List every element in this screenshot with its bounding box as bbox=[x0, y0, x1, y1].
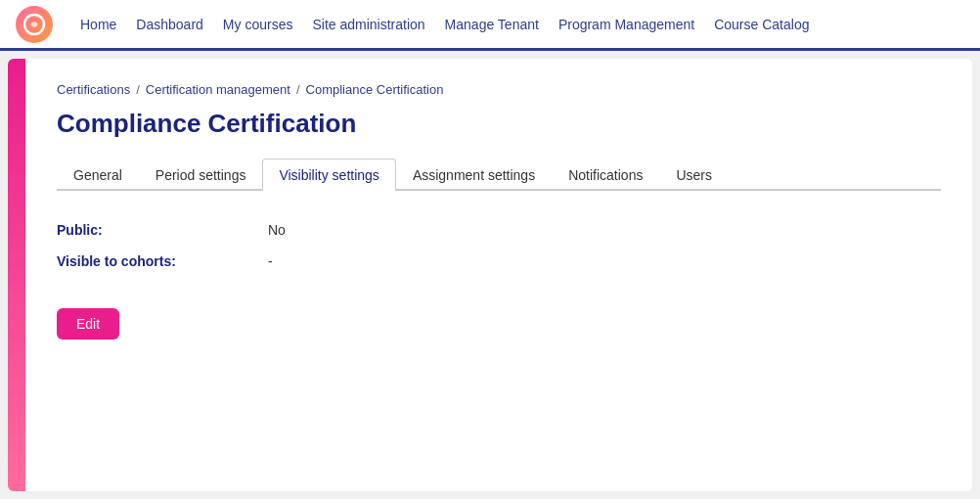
nav-link-my-courses[interactable]: My courses bbox=[215, 11, 301, 38]
left-accent bbox=[8, 59, 25, 491]
field-cohorts-label: Visible to cohorts: bbox=[57, 253, 252, 269]
nav-link-dashboard[interactable]: Dashboard bbox=[128, 11, 211, 38]
field-public-value: No bbox=[268, 222, 286, 238]
nav-links: HomeDashboardMy coursesSite administrati… bbox=[72, 11, 817, 38]
tab-visibility[interactable]: Visibility settings bbox=[262, 159, 395, 191]
page-wrapper: Certifications / Certification managemen… bbox=[0, 51, 980, 499]
content-area: Public:NoVisible to cohorts:- bbox=[57, 214, 941, 293]
field-public-label: Public: bbox=[57, 222, 252, 238]
nav-link-course-catalog[interactable]: Course Catalog bbox=[706, 11, 817, 38]
breadcrumb-separator: / bbox=[296, 82, 300, 97]
field-cohorts-row: Visible to cohorts:- bbox=[57, 253, 941, 269]
crumb-certifications[interactable]: Certifications bbox=[57, 82, 130, 97]
nav-link-manage-tenant[interactable]: Manage Tenant bbox=[437, 11, 547, 38]
edit-button[interactable]: Edit bbox=[57, 308, 119, 340]
breadcrumb: Certifications / Certification managemen… bbox=[57, 82, 941, 97]
tab-general[interactable]: General bbox=[57, 159, 139, 191]
tab-period[interactable]: Period settings bbox=[139, 159, 263, 191]
page-title: Compliance Certification bbox=[57, 109, 941, 139]
field-public-row: Public:No bbox=[57, 222, 941, 238]
tabs: GeneralPeriod settingsVisibility setting… bbox=[57, 159, 941, 191]
tab-notifications[interactable]: Notifications bbox=[552, 159, 659, 191]
crumb-cert-mgmt[interactable]: Certification management bbox=[146, 82, 290, 97]
nav-link-home[interactable]: Home bbox=[72, 11, 124, 38]
tab-assignment[interactable]: Assignment settings bbox=[396, 159, 552, 191]
main-content: Certifications / Certification managemen… bbox=[25, 59, 972, 491]
tab-users[interactable]: Users bbox=[659, 159, 729, 191]
breadcrumb-separator: / bbox=[136, 82, 140, 97]
nav-link-site-admin[interactable]: Site administration bbox=[304, 11, 432, 38]
crumb-compliance[interactable]: Compliance Certification bbox=[306, 82, 444, 97]
logo[interactable] bbox=[16, 6, 53, 43]
nav-link-program-mgmt[interactable]: Program Management bbox=[551, 11, 702, 38]
field-cohorts-value: - bbox=[268, 253, 273, 269]
top-nav: HomeDashboardMy coursesSite administrati… bbox=[0, 0, 980, 51]
